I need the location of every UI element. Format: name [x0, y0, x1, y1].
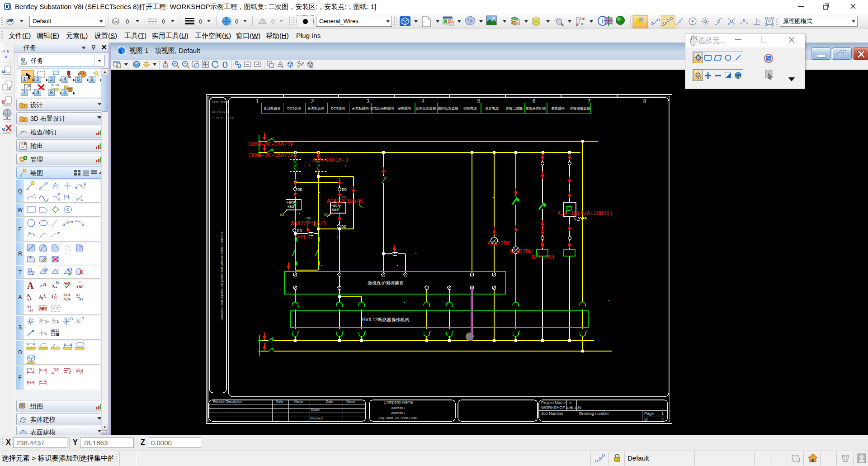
svg-text:K83: K83 [288, 204, 294, 209]
svg-text:Project Name: Project Name [541, 400, 566, 405]
svg-text:Name: Name [294, 400, 303, 403]
svg-text:A2: A2 [29, 309, 33, 313]
svg-text:?: ? [79, 245, 81, 251]
svg-text:弹簧已储能: 弹簧已储能 [505, 106, 523, 110]
svg-text:A1: A1 [75, 293, 80, 297]
svg-text:DS: DS [280, 213, 284, 217]
svg-text:+: + [569, 406, 571, 410]
svg-text:低电压保护跳闸: 低电压保护跳闸 [370, 106, 394, 110]
svg-text:7: 7 [588, 98, 591, 105]
svg-text:B: B [56, 281, 59, 285]
svg-text:跳闸位置监视: 跳闸位置监视 [438, 106, 459, 110]
svg-text:1: 1 [70, 369, 71, 372]
svg-text:DD: DD [297, 188, 302, 192]
svg-text:DATE STAMP: DATE STAMP [212, 101, 228, 104]
svg-text:A: A [27, 281, 34, 290]
svg-text:2: 2 [311, 98, 314, 105]
svg-text:HF: HF [388, 252, 392, 256]
svg-text:控制电源: 控制电源 [463, 106, 477, 110]
svg-text:DCS: DCS [324, 213, 331, 217]
svg-text:i: i [601, 17, 603, 25]
svg-text:DO: DO [297, 229, 302, 233]
svg-text:ADA22P1ab/G: ADA22P1ab/G [291, 221, 326, 227]
svg-text:直流断路器: 直流断路器 [263, 106, 281, 110]
svg-text:接地开关闭锁: 接地开关闭锁 [526, 106, 547, 110]
svg-text:DO: DO [341, 225, 346, 229]
svg-text:弹簧储能监视: 弹簧储能监视 [570, 106, 591, 110]
svg-text:A1: A1 [27, 305, 31, 309]
svg-text:DCS跳闸: DCS跳闸 [331, 106, 345, 110]
svg-text:ABC: ABC [63, 281, 72, 285]
svg-text:SB2: SB2 [341, 195, 347, 199]
svg-text:A: A [42, 292, 46, 299]
svg-text:A: A [52, 284, 55, 289]
svg-text:6: 6 [533, 98, 536, 105]
svg-text:Address 2: Address 2 [391, 411, 406, 414]
svg-text:WORKSHOP示例工程: WORKSHOP示例工程 [541, 405, 582, 410]
svg-text:DD: DD [342, 188, 347, 192]
svg-text:A1A: A1A [63, 293, 71, 297]
svg-text:1: 1 [661, 411, 664, 416]
svg-text:u: u [7, 48, 9, 53]
svg-text:XJA-1S(XJA-1SBRB): XJA-1S(XJA-1SBRB) [557, 210, 613, 217]
svg-text:Address 1: Address 1 [391, 406, 406, 409]
svg-text:4: 4 [422, 98, 425, 105]
svg-text:?: ? [57, 268, 59, 272]
svg-text:Date: Date [276, 400, 283, 403]
svg-text:A1: A1 [79, 297, 83, 301]
svg-text:City, State, Zip / Post Code.: City, State, Zip / Post Code. [379, 416, 418, 420]
svg-text:2: 2 [45, 268, 47, 271]
svg-text:u: u [5, 53, 7, 59]
svg-text:4: 4 [661, 417, 664, 422]
svg-text:A2A: A2A [63, 297, 71, 301]
svg-text:8: 8 [643, 98, 646, 105]
svg-text:E 7-04-17T 0:06: E 7-04-17T 0:06 [209, 116, 234, 119]
svg-text:事故跳闸: 事故跳闸 [551, 106, 565, 110]
svg-text:装置电源: 装置电源 [485, 106, 499, 110]
svg-text:DZY-204: DZY-204 [532, 255, 554, 261]
svg-text:A: A [27, 293, 30, 298]
svg-text:Job Number: Job Number [541, 411, 563, 416]
svg-text:保护跳闸: 保护跳闸 [397, 106, 411, 110]
svg-text:9: 9 [30, 381, 32, 384]
svg-text:1: 1 [32, 272, 34, 275]
svg-text:of: of [644, 417, 648, 422]
svg-text:3: 3 [367, 98, 370, 105]
svg-text:开关柜合闸: 开关柜合闸 [307, 106, 325, 110]
svg-text:开关柜跳闸: 开关柜跳闸 [352, 106, 369, 110]
svg-text:C65N-DC-C6A/2P: C65N-DC-C6A/2P [248, 142, 294, 148]
svg-text:A: A [27, 298, 29, 302]
svg-text:O: O [70, 317, 73, 321]
svg-text:ABC: ABC [75, 285, 84, 289]
svg-text:ACA-9A016-3: ACA-9A016-3 [312, 157, 348, 164]
svg-text:+SCR: +SCR [287, 200, 295, 204]
svg-text:A: A [43, 281, 47, 287]
svg-text:ADA22DY: ADA22DY [487, 241, 510, 247]
svg-text:微机保护测控装置: 微机保护测控装置 [368, 281, 404, 285]
svg-text:Drawing number: Drawing number [579, 411, 609, 416]
svg-text:YY1-D: YY1-D [296, 235, 312, 241]
svg-text:1: 1 [256, 98, 259, 105]
svg-text:ABC: ABC [39, 307, 47, 311]
svg-text:Revision Description: Revision Description [213, 400, 242, 404]
svg-text:u: u [2, 48, 5, 53]
svg-text:K84: K84 [332, 208, 339, 212]
svg-text:ADA22DW: ADA22DW [509, 249, 533, 255]
svg-text:C65N-DC-C6A/2P: C65N-DC-C6A/2P [248, 152, 294, 159]
svg-text:合闸位置监视: 合闸位置监视 [416, 106, 437, 110]
svg-text:?: ? [82, 317, 85, 322]
svg-text:HVX 12断路器操作机构: HVX 12断路器操作机构 [362, 317, 409, 322]
svg-text:DCS合闸: DCS合闸 [288, 106, 302, 110]
svg-text:Date: Date [326, 400, 333, 403]
svg-text:04-17-28 7: 04-17-28 7 [212, 111, 228, 114]
svg-text:Unauthorised duplication prohi: Unauthorised duplication prohibited with… [220, 231, 224, 320]
svg-text:Drawn: Drawn [311, 408, 320, 411]
svg-text:Page: Page [644, 411, 654, 416]
svg-text:Company Name: Company Name [383, 400, 413, 404]
svg-text:Checked: Checked [310, 417, 323, 420]
svg-text:ADA22P1ab/R: ADA22P1ab/R [327, 198, 363, 204]
svg-text:-SBL: -SBL [304, 217, 312, 220]
svg-text:Name: Name [346, 400, 355, 403]
svg-text:1: 1 [51, 294, 53, 299]
svg-text:=: = [569, 400, 571, 405]
